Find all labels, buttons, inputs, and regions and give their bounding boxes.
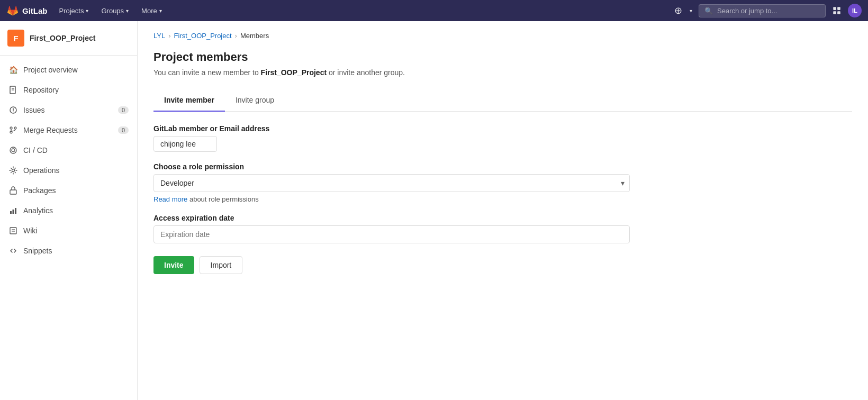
breadcrumb-current: Members xyxy=(240,32,269,40)
page-title: Project members xyxy=(153,50,852,64)
ci-cd-icon xyxy=(8,146,18,155)
sidebar-label-analytics: Analytics xyxy=(23,206,53,215)
svg-rect-18 xyxy=(13,210,14,214)
member-input-value: chijong lee xyxy=(153,136,630,152)
svg-point-15 xyxy=(12,169,15,172)
projects-menu[interactable]: Projects ▾ xyxy=(54,5,94,17)
sidebar-item-snippets[interactable]: Snippets xyxy=(0,241,137,261)
wiki-icon xyxy=(8,226,18,235)
role-select[interactable]: Developer Guest Reporter Maintainer Owne… xyxy=(153,174,630,192)
role-select-wrapper: Developer Guest Reporter Maintainer Owne… xyxy=(153,174,630,192)
svg-rect-16 xyxy=(10,190,16,194)
member-field-group: GitLab member or Email address chijong l… xyxy=(153,124,630,152)
form-actions: Invite Import xyxy=(153,256,630,274)
svg-point-9 xyxy=(13,112,14,113)
project-header: F First_OOP_Project xyxy=(0,21,137,56)
import-button[interactable]: Import xyxy=(200,256,243,274)
search-bar[interactable]: 🔍 Search or jump to... xyxy=(699,4,826,17)
issues-icon-button[interactable] xyxy=(828,4,846,17)
gitlab-logo[interactable]: GitLab xyxy=(6,4,48,17)
breadcrumb: LYL › First_OOP_Project › Members xyxy=(153,32,852,40)
svg-rect-17 xyxy=(10,211,12,214)
repository-icon xyxy=(8,85,18,95)
sidebar-item-ci-cd[interactable]: CI / CD xyxy=(0,140,137,160)
operations-icon xyxy=(8,166,18,175)
breadcrumb-lyl[interactable]: LYL xyxy=(153,32,165,40)
sidebar-item-issues[interactable]: Issues 0 xyxy=(0,100,137,120)
sidebar-item-operations[interactable]: Operations xyxy=(0,160,137,180)
sidebar-label-issues: Issues xyxy=(23,106,44,114)
sidebar-label-merge-requests: Merge Requests xyxy=(23,126,78,134)
sidebar-label-repository: Repository xyxy=(23,86,59,94)
invite-button[interactable]: Invite xyxy=(153,256,194,274)
packages-icon xyxy=(8,186,18,195)
sidebar-item-merge-requests[interactable]: Merge Requests 0 xyxy=(0,120,137,140)
user-avatar[interactable]: IL xyxy=(848,4,862,17)
sidebar-item-wiki[interactable]: Wiki xyxy=(0,221,137,241)
svg-rect-1 xyxy=(837,7,840,10)
read-more-link[interactable]: Read more xyxy=(153,195,187,203)
svg-rect-2 xyxy=(833,11,836,14)
project-name: First_OOP_Project xyxy=(30,34,96,42)
date-label: Access expiration date xyxy=(153,214,630,222)
tab-invite-group[interactable]: Invite group xyxy=(225,89,285,112)
sidebar-nav: 🏠 Project overview Repository Issues 0 xyxy=(0,56,137,265)
sidebar-label-snippets: Snippets xyxy=(23,247,52,255)
more-chevron: ▾ xyxy=(159,8,162,14)
project-avatar: F xyxy=(7,30,24,47)
issues-badge: 0 xyxy=(118,106,129,114)
role-field-group: Choose a role permission Developer Guest… xyxy=(153,162,630,203)
new-item-button[interactable]: ⊕ xyxy=(670,3,686,19)
tab-invite-member[interactable]: Invite member xyxy=(153,89,225,112)
role-label: Choose a role permission xyxy=(153,162,630,171)
sidebar-item-analytics[interactable]: Analytics xyxy=(0,201,137,221)
sidebar-label-packages: Packages xyxy=(23,186,56,195)
svg-rect-3 xyxy=(837,11,840,14)
sidebar-item-repository[interactable]: Repository xyxy=(0,80,137,100)
sidebar: F First_OOP_Project 🏠 Project overview R… xyxy=(0,21,138,400)
more-menu[interactable]: More ▾ xyxy=(136,5,167,17)
sidebar-item-packages[interactable]: Packages xyxy=(0,180,137,201)
svg-point-14 xyxy=(10,147,16,153)
breadcrumb-project[interactable]: First_OOP_Project xyxy=(174,32,232,40)
avatar-initials: IL xyxy=(852,7,857,14)
gitlab-name: GitLab xyxy=(22,6,48,15)
sidebar-label-wiki: Wiki xyxy=(23,226,37,235)
sidebar-label-project-overview: Project overview xyxy=(23,66,78,74)
role-help-text: Read more about role permissions xyxy=(153,195,630,203)
page-subtitle: You can invite a new member to First_OOP… xyxy=(153,68,852,77)
sidebar-item-project-overview[interactable]: 🏠 Project overview xyxy=(0,60,137,80)
sidebar-label-operations: Operations xyxy=(23,166,59,175)
date-field-group: Access expiration date xyxy=(153,214,630,243)
sidebar-label-ci-cd: CI / CD xyxy=(23,146,48,154)
groups-chevron: ▾ xyxy=(126,8,129,14)
projects-chevron: ▾ xyxy=(86,8,88,14)
new-item-chevron[interactable]: ▾ xyxy=(689,6,697,16)
breadcrumb-sep-2: › xyxy=(235,32,237,40)
member-value-tag[interactable]: chijong lee xyxy=(153,136,217,152)
home-icon: 🏠 xyxy=(8,65,18,75)
invite-member-form: GitLab member or Email address chijong l… xyxy=(153,124,630,274)
analytics-icon xyxy=(8,206,18,215)
svg-point-13 xyxy=(12,149,15,152)
member-label: GitLab member or Email address xyxy=(153,124,630,133)
snippets-icon xyxy=(8,246,18,256)
search-icon: 🔍 xyxy=(704,7,713,15)
issues-icon xyxy=(8,105,18,115)
svg-rect-20 xyxy=(10,228,16,234)
svg-rect-19 xyxy=(15,208,16,214)
gitlab-icon xyxy=(6,4,19,17)
svg-point-10 xyxy=(10,127,12,129)
merge-requests-icon xyxy=(8,125,18,135)
svg-point-11 xyxy=(14,127,16,129)
groups-menu[interactable]: Groups ▾ xyxy=(96,5,134,17)
breadcrumb-sep-1: › xyxy=(168,32,170,40)
expiration-date-input[interactable] xyxy=(153,225,630,243)
svg-rect-0 xyxy=(833,7,836,10)
tabs: Invite member Invite group xyxy=(153,89,852,112)
layout: F First_OOP_Project 🏠 Project overview R… xyxy=(0,21,868,400)
main-content: LYL › First_OOP_Project › Members Projec… xyxy=(138,21,868,400)
merge-requests-badge: 0 xyxy=(118,126,129,134)
navbar: GitLab Projects ▾ Groups ▾ More ▾ ⊕ ▾ 🔍 … xyxy=(0,0,868,21)
